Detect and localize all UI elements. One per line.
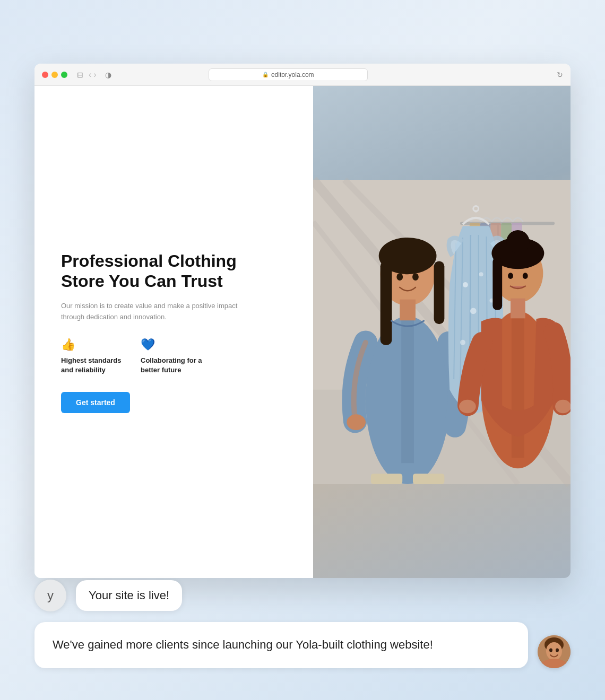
svg-point-53: [549, 649, 552, 652]
svg-point-52: [546, 642, 562, 660]
svg-rect-14: [401, 316, 414, 463]
chat-area: y Your site is live! We've gained more c…: [34, 580, 571, 668]
svg-point-46: [523, 273, 528, 279]
svg-rect-18: [434, 261, 445, 324]
svg-point-37: [460, 340, 465, 345]
traffic-lights: [42, 72, 67, 78]
hero-image: [313, 86, 571, 578]
lock-icon: 🔒: [262, 72, 269, 77]
feature-label-1: Highest standards and reliability: [61, 356, 125, 375]
chat-row-2: We've gained more clients since launchin…: [34, 622, 571, 668]
features-row: 👍 Highest standards and reliability 💙 Co…: [61, 338, 241, 375]
svg-point-20: [412, 273, 419, 281]
svg-rect-44: [493, 258, 503, 310]
svg-point-54: [556, 649, 559, 652]
svg-point-22: [347, 414, 366, 430]
chat-bubble-2: We've gained more clients since launchin…: [34, 622, 528, 668]
url-text: editor.yola.com: [271, 71, 314, 78]
svg-point-49: [555, 400, 571, 414]
svg-rect-24: [413, 474, 444, 484]
hero-content: Professional Clothing Store You Can Trus…: [61, 251, 241, 414]
sidebar-toggle-icon[interactable]: ⊟: [77, 71, 83, 79]
chat-bubble-1: Your site is live!: [76, 580, 182, 611]
thumbsup-icon: 👍: [61, 338, 125, 352]
left-panel: Professional Clothing Store You Can Trus…: [34, 86, 313, 578]
svg-rect-21: [400, 300, 416, 321]
feature-item-1: 👍 Highest standards and reliability: [61, 338, 125, 375]
address-bar[interactable]: 🔒 editor.yola.com: [209, 68, 368, 81]
yola-avatar: y: [34, 580, 66, 611]
get-started-button[interactable]: Get started: [61, 392, 130, 413]
svg-point-43: [506, 230, 530, 253]
heart-icon: 💙: [141, 338, 204, 352]
nav-arrows: ‹ ›: [89, 70, 97, 80]
forward-icon[interactable]: ›: [93, 70, 96, 80]
feature-item-2: 💙 Collaborating for a better future: [141, 338, 204, 375]
browser-content: Professional Clothing Store You Can Trus…: [34, 86, 571, 578]
brightness-icon: ◑: [105, 71, 111, 79]
svg-point-35: [470, 308, 477, 314]
feature-label-2: Collaborating for a better future: [141, 356, 204, 375]
svg-point-48: [459, 400, 476, 414]
hero-description: Our mission is to create value and make …: [61, 301, 241, 323]
back-icon[interactable]: ‹: [89, 70, 91, 80]
right-panel: [313, 86, 571, 578]
maximize-button[interactable]: [61, 72, 67, 78]
minimize-button[interactable]: [51, 72, 58, 78]
chat-row-1: y Your site is live!: [34, 580, 571, 611]
svg-point-33: [463, 282, 468, 287]
svg-rect-47: [511, 299, 525, 319]
browser-titlebar: ⊟ ‹ › ◑ 🔒 editor.yola.com ↻: [34, 64, 571, 86]
svg-point-34: [479, 272, 483, 276]
close-button[interactable]: [42, 72, 48, 78]
svg-point-45: [508, 273, 513, 279]
yola-logo: y: [47, 588, 54, 603]
browser-window: ⊟ ‹ › ◑ 🔒 editor.yola.com ↻ Professional…: [34, 64, 571, 578]
user-avatar: [538, 635, 571, 668]
svg-point-19: [396, 273, 403, 281]
svg-rect-23: [371, 474, 402, 484]
chat-text-1: Your site is live!: [89, 589, 169, 602]
hero-title: Professional Clothing Store You Can Trus…: [61, 251, 241, 292]
svg-rect-17: [381, 261, 392, 345]
chat-text-2: We've gained more clients since launchin…: [53, 638, 433, 651]
reload-icon[interactable]: ↻: [557, 71, 563, 79]
